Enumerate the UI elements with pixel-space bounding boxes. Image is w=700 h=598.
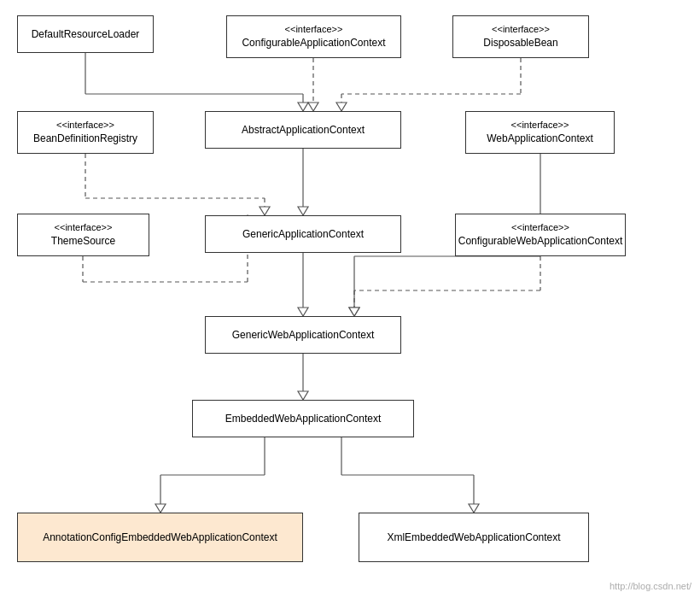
classname-genericAppCtx: GenericApplicationContext xyxy=(242,227,364,242)
svg-marker-35 xyxy=(155,504,166,513)
svg-marker-29 xyxy=(298,308,308,316)
uml-box-defaultResourceLoader: DefaultResourceLoader xyxy=(17,15,154,53)
uml-diagram: DefaultResourceLoader<<interface>>Config… xyxy=(0,0,700,598)
classname-xmlEmbedded: XmlEmbeddedWebApplicationContext xyxy=(387,531,560,545)
uml-box-abstractAppCtx: AbstractApplicationContext xyxy=(205,111,401,149)
classname-abstractAppCtx: AbstractApplicationContext xyxy=(242,123,365,138)
stereotype-configurableAppCtx: <<interface>> xyxy=(285,23,343,36)
classname-beanDefinitionRegistry: BeanDefinitionRegistry xyxy=(33,132,137,146)
stereotype-disposableBean: <<interface>> xyxy=(492,23,550,36)
uml-box-disposableBean: <<interface>>DisposableBean xyxy=(452,15,589,58)
classname-configurableWebAppCtx: ConfigurableWebApplicationContext xyxy=(458,234,623,249)
uml-box-beanDefinitionRegistry: <<interface>>BeanDefinitionRegistry xyxy=(17,111,154,154)
uml-box-embeddedWebAppCtx: EmbeddedWebApplicationContext xyxy=(192,400,414,437)
classname-annotationConfigEmbedded: AnnotationConfigEmbeddedWebApplicationCo… xyxy=(43,531,277,545)
classname-embeddedWebAppCtx: EmbeddedWebApplicationContext xyxy=(225,412,382,426)
svg-marker-9 xyxy=(336,103,347,111)
uml-box-xmlEmbedded: XmlEmbeddedWebApplicationContext xyxy=(359,513,589,562)
uml-box-genericAppCtx: GenericApplicationContext xyxy=(205,215,401,253)
svg-marker-31 xyxy=(298,391,308,400)
uml-box-genericWebAppCtx: GenericWebApplicationContext xyxy=(205,316,401,354)
classname-webAppCtx: WebApplicationContext xyxy=(487,132,593,146)
uml-box-configurableWebAppCtx: <<interface>>ConfigurableWebApplicationC… xyxy=(455,214,626,256)
classname-disposableBean: DisposableBean xyxy=(483,36,557,50)
uml-box-themeSource: <<interface>>ThemeSource xyxy=(17,214,149,256)
svg-marker-27 xyxy=(349,308,359,316)
arrows-svg xyxy=(0,0,700,598)
stereotype-configurableWebAppCtx: <<interface>> xyxy=(511,221,569,234)
uml-box-annotationConfigEmbedded: AnnotationConfigEmbeddedWebApplicationCo… xyxy=(17,513,303,562)
svg-marker-5 xyxy=(308,103,318,111)
classname-genericWebAppCtx: GenericWebApplicationContext xyxy=(232,328,375,343)
svg-marker-3 xyxy=(298,103,308,111)
watermark: http://blog.csdn.net/ xyxy=(610,581,691,591)
uml-box-webAppCtx: <<interface>>WebApplicationContext xyxy=(465,111,615,154)
classname-configurableAppCtx: ConfigurableApplicationContext xyxy=(242,36,385,50)
svg-marker-19 xyxy=(349,308,359,316)
svg-marker-15 xyxy=(298,207,308,215)
svg-marker-39 xyxy=(469,504,479,513)
stereotype-webAppCtx: <<interface>> xyxy=(511,119,569,132)
stereotype-themeSource: <<interface>> xyxy=(55,221,113,234)
uml-box-configurableAppCtx: <<interface>>ConfigurableApplicationCont… xyxy=(226,15,401,58)
classname-defaultResourceLoader: DefaultResourceLoader xyxy=(32,27,140,42)
stereotype-beanDefinitionRegistry: <<interface>> xyxy=(56,119,114,132)
svg-marker-13 xyxy=(260,207,270,215)
classname-themeSource: ThemeSource xyxy=(51,234,115,249)
